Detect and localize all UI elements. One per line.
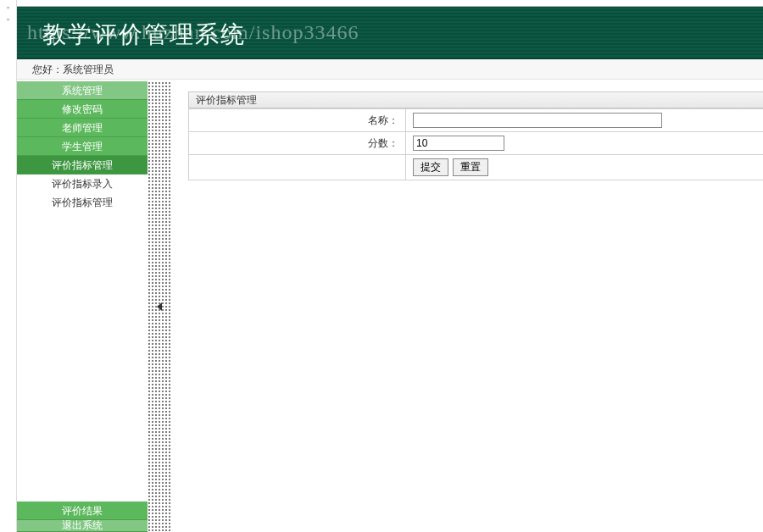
sidebar-item-label: 退出系统 <box>62 519 103 531</box>
sidebar-item-label: 评价指标录入 <box>52 178 113 190</box>
sidebar-item-logout[interactable]: 退出系统 <box>17 520 148 532</box>
score-input[interactable] <box>413 136 504 151</box>
submit-button[interactable]: 提交 <box>413 158 448 176</box>
top-thin-bar <box>17 0 763 7</box>
sidebar-item-indicator[interactable]: 评价指标管理 <box>17 156 148 175</box>
collapse-left-icon[interactable] <box>157 302 162 311</box>
greeting-bar: 您好：系统管理员 <box>17 59 763 80</box>
empty-label <box>189 155 406 180</box>
greeting-prefix: 您好： <box>32 64 63 75</box>
toolbar-icon-2: ▫ <box>0 15 16 24</box>
sidebar: 系统管理 修改密码 老师管理 学生管理 评价指标管理 评价指标录入 评价指标管理… <box>17 81 148 532</box>
sidebar-item-label: 修改密码 <box>62 103 103 115</box>
left-toolbar: ▫ ▫ <box>0 0 17 532</box>
greeting-user: 系统管理员 <box>63 64 114 75</box>
score-label: 分数： <box>189 132 406 155</box>
sidebar-item-student[interactable]: 学生管理 <box>17 137 148 156</box>
form-row-buttons: 提交 重置 <box>189 155 764 180</box>
form-row-score: 分数： <box>189 132 764 155</box>
sidebar-item-label: 评价指标管理 <box>52 197 113 208</box>
sidebar-item-system[interactable]: 系统管理 <box>17 81 148 100</box>
form-table: 名称： 分数： 提交 重置 <box>188 108 763 180</box>
panel-title: 评价指标管理 <box>188 91 763 108</box>
toolbar-icon-1: ▫ <box>0 3 16 12</box>
sidebar-item-teacher[interactable]: 老师管理 <box>17 119 148 137</box>
reset-button[interactable]: 重置 <box>453 158 488 176</box>
name-input[interactable] <box>413 113 662 128</box>
sidebar-subitem-entry[interactable]: 评价指标录入 <box>17 175 148 193</box>
sidebar-item-label: 评价指标管理 <box>52 159 113 171</box>
content-panel: 评价指标管理 名称： 分数： 提交 <box>171 81 763 532</box>
sidebar-item-label: 老师管理 <box>62 122 103 134</box>
sidebar-item-label: 系统管理 <box>62 85 103 97</box>
sidebar-item-label: 评价结果 <box>62 505 103 517</box>
sidebar-item-label: 学生管理 <box>62 141 103 152</box>
header-banner: https://www.huzhan.com/ishop33466 教学评价管理… <box>17 7 763 59</box>
sidebar-item-result[interactable]: 评价结果 <box>17 502 148 520</box>
splitter[interactable] <box>148 81 171 532</box>
sidebar-subitem-manage[interactable]: 评价指标管理 <box>17 193 148 212</box>
app-title: 教学评价管理系统 <box>42 19 246 51</box>
sidebar-item-password[interactable]: 修改密码 <box>17 100 148 119</box>
name-label: 名称： <box>189 109 406 132</box>
form-row-name: 名称： <box>189 109 764 132</box>
